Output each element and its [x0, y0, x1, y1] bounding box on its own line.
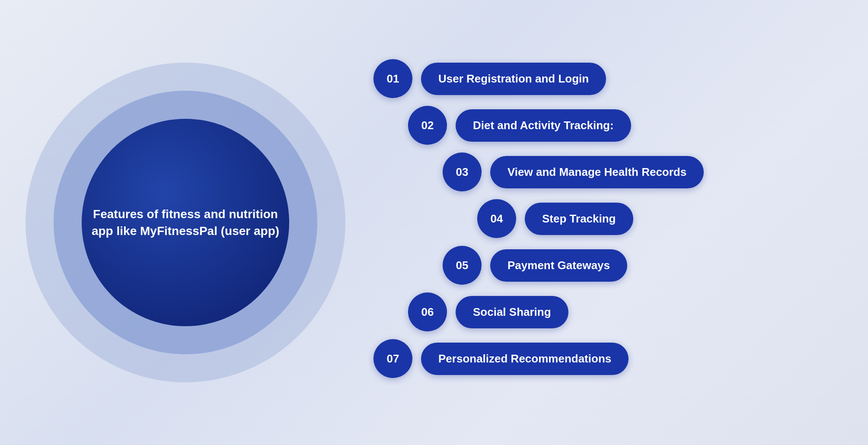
inner-circle: Features of fitness and nutrition app li… [82, 119, 289, 326]
feature-row-2: 02Diet and Activity Tracking: [408, 106, 845, 145]
circle-diagram: Features of fitness and nutrition app li… [23, 60, 348, 385]
feature-label-7: Personalized Recommendations [421, 343, 629, 375]
feature-label-1: User Registration and Login [421, 63, 606, 95]
features-list: 01User Registration and Login02Diet and … [348, 17, 845, 428]
feature-row-1: 01User Registration and Login [373, 59, 845, 98]
feature-number-3: 03 [443, 153, 482, 191]
main-container: Features of fitness and nutrition app li… [23, 17, 845, 428]
feature-row-5: 05Payment Gateways [443, 246, 845, 285]
feature-number-2: 02 [408, 106, 447, 145]
feature-row-7: 07Personalized Recommendations [373, 339, 845, 378]
feature-row-4: 04Step Tracking [477, 199, 845, 238]
feature-number-7: 07 [373, 339, 412, 378]
feature-label-2: Diet and Activity Tracking: [456, 109, 631, 142]
feature-row-3: 03View and Manage Health Records [443, 153, 845, 191]
feature-row-6: 06Social Sharing [408, 292, 845, 331]
feature-number-5: 05 [443, 246, 482, 285]
feature-number-4: 04 [477, 199, 516, 238]
feature-number-1: 01 [373, 59, 412, 98]
feature-label-3: View and Manage Health Records [490, 156, 704, 188]
center-label: Features of fitness and nutrition app li… [82, 197, 289, 248]
feature-label-5: Payment Gateways [490, 249, 627, 282]
feature-number-6: 06 [408, 292, 447, 331]
feature-label-6: Social Sharing [456, 296, 568, 328]
feature-label-4: Step Tracking [525, 203, 633, 235]
